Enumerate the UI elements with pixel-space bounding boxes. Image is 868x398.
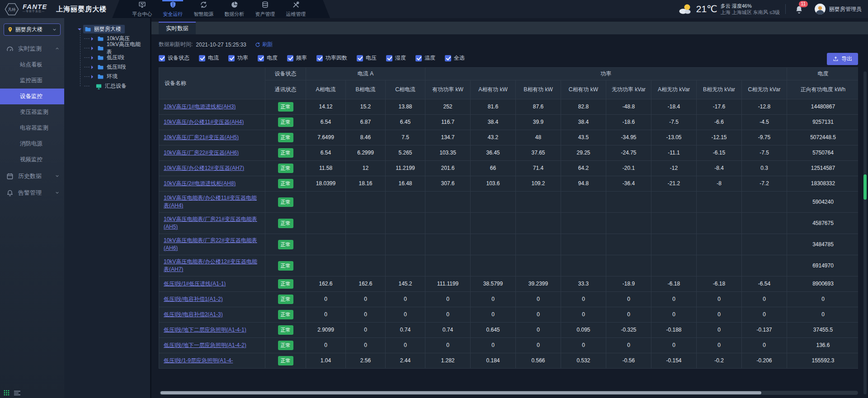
value-cell: 0 [386, 307, 425, 323]
value-cell: -6.18 [651, 276, 697, 292]
device-name-link[interactable]: 10kV高压/2#电源进线柜(AH8) [164, 180, 236, 187]
filter-checkbox-4[interactable]: 频率 [287, 54, 307, 62]
value-cell: 66 [471, 161, 516, 176]
caret-right-icon[interactable] [91, 66, 95, 69]
checkbox-checked-icon[interactable] [159, 55, 165, 61]
sidebar-item-0-2[interactable]: 设备监控 [0, 89, 64, 104]
nav-item-analysis[interactable]: 数据分析 [220, 0, 249, 18]
device-name-link[interactable]: 10kV高压/厂房22#变压器(AH6) [164, 150, 239, 156]
value-cell: -17.6 [697, 99, 742, 115]
tree-node-root[interactable]: 丽婴房大楼 [66, 24, 148, 34]
list-icon[interactable] [14, 390, 20, 396]
vertical-scrollbar-thumb[interactable] [863, 174, 867, 200]
device-name-link[interactable]: 低压I段/地下二层应急照明(A1-4-1) [164, 327, 246, 333]
col-header-3: C相电流 [386, 80, 425, 99]
table-row: 低压I段/电容补偿2(A1-3)正常000000000000 [159, 307, 859, 323]
filter-checkbox-9[interactable]: 全选 [445, 54, 465, 62]
caret-right-icon[interactable] [91, 47, 95, 50]
value-cell: 0.74 [425, 323, 471, 338]
device-name-link[interactable]: 10kV高压/办公楼12#变压器(AH7) [164, 165, 244, 171]
nav-item-asset[interactable]: 资产管理 [250, 0, 279, 18]
filter-checkbox-1[interactable]: 电流 [199, 54, 219, 62]
tab-realtime-data[interactable]: 实时数据 [159, 22, 196, 34]
value-cell: 0 [386, 338, 425, 353]
sidebar-item-0-1[interactable]: 监控画面 [0, 73, 64, 89]
device-name-link[interactable]: 10kV高压/1#电源进线柜(AH3) [164, 103, 236, 110]
device-name-link[interactable]: 10kV高压电能表/办公楼12#变压器电能表(AH7) [164, 258, 257, 272]
checkbox-checked-icon[interactable] [357, 55, 363, 61]
filter-checkbox-5[interactable]: 功率因数 [316, 54, 347, 62]
tree-node-4[interactable]: 环境 [66, 72, 148, 81]
user-menu[interactable]: 丽婴房管理员 [814, 3, 862, 15]
grid-dots-icon[interactable] [4, 390, 9, 396]
top-nav: 平台中心安全运行智慧能源数据分析资产管理运维管理 [112, 0, 330, 18]
checkbox-checked-icon[interactable] [445, 55, 451, 61]
nav-item-ops[interactable]: 运维管理 [281, 0, 310, 18]
caret-down-icon[interactable] [78, 28, 81, 32]
device-name-link[interactable]: 10kV高压电能表/办公楼11#变压器电能表(AH4) [164, 195, 257, 209]
checkbox-checked-icon[interactable] [287, 55, 293, 61]
refresh-button[interactable]: 刷新 [255, 41, 273, 48]
value-cell: 64.2 [561, 161, 606, 176]
menu-section-0[interactable]: 实时监测 [0, 40, 64, 57]
value-cell [346, 234, 386, 255]
filter-checkbox-7[interactable]: 湿度 [386, 54, 406, 62]
device-name-link[interactable]: 低压I段/地下一层应急照明(A1-4-2) [164, 342, 246, 348]
tree-connector [84, 57, 90, 58]
checkbox-checked-icon[interactable] [386, 55, 392, 61]
device-name-link[interactable]: 10kV高压电能表/厂房21#变压器电能表(AH5) [164, 216, 257, 230]
value-cell: 103.35 [425, 145, 471, 161]
checkbox-checked-icon[interactable] [316, 55, 323, 61]
tree-connector [84, 86, 90, 86]
nav-item-energy[interactable]: 智慧能源 [189, 0, 218, 18]
folder-icon [97, 55, 104, 61]
tree-node-3[interactable]: 低压II段 [66, 62, 148, 72]
folder-icon [97, 45, 104, 51]
export-button[interactable]: 导出 [827, 53, 858, 65]
shield-icon [169, 1, 177, 9]
nav-item-platform[interactable]: 平台中心 [127, 0, 156, 18]
sidebar-item-0-5[interactable]: 消防电源 [0, 136, 64, 152]
value-cell: 71.4 [516, 161, 561, 176]
value-cell: 38.4 [561, 115, 606, 130]
sidebar-item-0-6[interactable]: 视频监控 [0, 152, 64, 168]
device-name-link[interactable]: 低压I段/1#低压进线(A1-1) [164, 281, 226, 287]
value-cell: 0 [516, 323, 561, 338]
checkbox-checked-icon[interactable] [415, 55, 422, 61]
chevron-down-icon [55, 173, 60, 178]
filter-checkbox-2[interactable]: 功率 [228, 54, 248, 62]
tree-node-1[interactable]: 10kV高压电能表 [66, 43, 148, 53]
menu-section-2[interactable]: 告警管理 [0, 184, 64, 201]
device-name-link[interactable]: 10kV高压电能表/厂房22#变压器电能表(AH6) [164, 237, 257, 251]
device-name-link[interactable]: 10kV高压/办公楼11#变压器(AH4) [164, 119, 244, 125]
checkbox-checked-icon[interactable] [199, 55, 205, 61]
sidebar-item-0-3[interactable]: 变压器监测 [0, 104, 64, 120]
filter-checkbox-0[interactable]: 设备状态 [159, 54, 189, 62]
checkbox-checked-icon[interactable] [258, 55, 264, 61]
caret-right-icon[interactable] [91, 37, 95, 41]
caret-right-icon[interactable] [91, 56, 95, 60]
site-selector[interactable]: 丽婴房大楼 [4, 23, 61, 36]
filter-checkbox-8[interactable]: 温度 [415, 54, 435, 62]
nav-item-shield[interactable]: 安全运行 [158, 0, 187, 18]
tree-node-5[interactable]: 汇总设备 [66, 81, 148, 91]
filter-checkbox-6[interactable]: 电压 [357, 54, 377, 62]
value-cell: 29.25 [561, 145, 606, 161]
checkbox-checked-icon[interactable] [228, 55, 235, 61]
sidebar-item-0-0[interactable]: 站点看板 [0, 57, 64, 73]
page-title: 上海丽婴房大楼 [56, 5, 107, 14]
sidebar-item-0-4[interactable]: 电容器监测 [0, 120, 64, 136]
horizontal-scrollbar-thumb[interactable] [160, 391, 761, 394]
device-name-link[interactable]: 10kV高压/厂房21#变压器(AH5) [164, 134, 239, 140]
col-header-9: A相无功 kVar [651, 80, 697, 99]
value-cell [561, 234, 606, 255]
filter-checkbox-3[interactable]: 电度 [258, 54, 278, 62]
device-name-link[interactable]: 低压I段/电容补偿2(A1-3) [164, 311, 223, 318]
caret-right-icon[interactable] [91, 75, 95, 79]
notification-bell[interactable]: 11 [791, 3, 809, 15]
device-name-link[interactable]: 低压I段/电容补偿1(A1-2) [164, 296, 223, 302]
device-name-link[interactable]: 低压I段/1-9层应急照明(A1-4- [164, 357, 233, 364]
menu-section-1[interactable]: 历史数据 [0, 168, 64, 184]
value-cell: -0.188 [651, 323, 697, 338]
value-cell [561, 255, 606, 276]
